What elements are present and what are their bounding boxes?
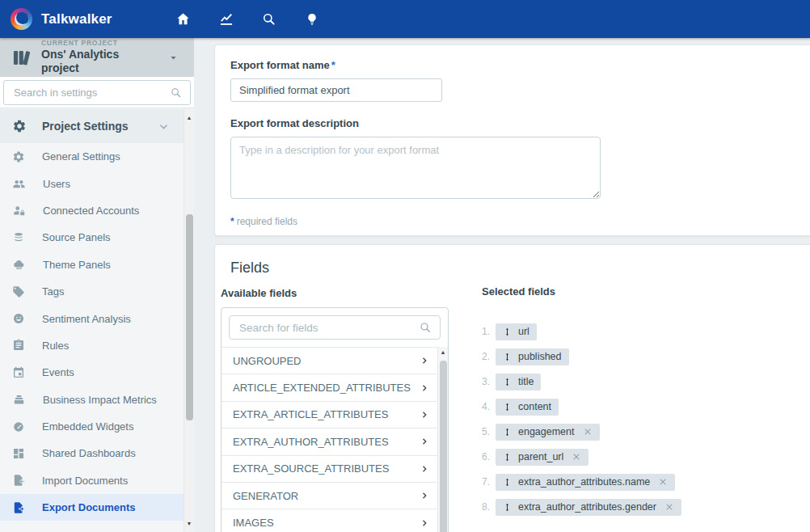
drag-updown-icon[interactable] [503, 477, 512, 488]
chevron-down-icon[interactable] [158, 120, 170, 133]
drag-updown-icon[interactable] [503, 377, 512, 387]
export-format-name-input[interactable] [230, 78, 442, 102]
remove-field-icon[interactable] [572, 452, 581, 462]
field-group-label: UNGROUPED [233, 355, 420, 367]
home-icon[interactable] [162, 0, 205, 38]
drag-updown-icon[interactable] [503, 352, 512, 362]
sidebar-item-users[interactable]: Users [0, 170, 194, 196]
scroll-up-arrow-icon[interactable]: ▲ [184, 113, 194, 123]
row-number: 7. [482, 476, 496, 488]
selected-field-chip-parent-url[interactable]: parent_url [496, 449, 589, 466]
field-group-label: ARTICLE_EXTENDED_ATTRIBUTES [233, 382, 420, 394]
scrollbar-thumb[interactable] [186, 214, 193, 420]
sidebar-item-sentiment-analysis[interactable]: Sentiment Analysis [0, 305, 194, 331]
chip-label: published [518, 351, 562, 362]
export-format-description-textarea[interactable] [230, 137, 601, 199]
field-group-extra-author-attributes[interactable]: EXTRA_AUTHOR_ATTRIBUTES [221, 428, 437, 454]
search-icon[interactable] [247, 0, 290, 38]
chip-label: content [518, 401, 551, 412]
sidebar-scrollbar[interactable]: ▲ ▼ [184, 109, 194, 532]
gear-icon [12, 119, 27, 133]
selected-field-chip-content[interactable]: content [496, 399, 559, 416]
sidebar-item-source-panels[interactable]: Source Panels [0, 224, 194, 251]
selected-field-chip-published[interactable]: published [496, 348, 569, 365]
sidebar-item-label: Users [43, 178, 70, 190]
settings-menu: Project Settings General Settings Users … [0, 109, 194, 532]
account-lock-icon [12, 204, 26, 217]
library-books-icon [11, 47, 32, 69]
row-number: 4. [482, 401, 496, 412]
drag-updown-icon[interactable] [503, 502, 512, 513]
chip-label: title [518, 376, 534, 387]
remove-field-icon[interactable] [583, 427, 593, 437]
remove-field-icon[interactable] [658, 477, 668, 487]
field-group-label: GENERATOR [233, 490, 420, 502]
row-number: 5. [482, 426, 496, 437]
selected-field-chip-author-name[interactable]: extra_author_attributes.name [496, 474, 675, 491]
fields-search [229, 315, 441, 340]
cash-register-icon [12, 393, 26, 407]
scroll-up-arrow-icon[interactable]: ▲ [438, 349, 448, 355]
fields-box-scrollbar[interactable]: ▲ [437, 347, 448, 532]
drag-updown-icon[interactable] [503, 327, 512, 337]
selected-field-chip-engagement[interactable]: engagement [496, 424, 600, 441]
sidebar-item-general-settings[interactable]: General Settings [0, 143, 194, 170]
current-project-name: Ons' Analytics project [41, 48, 158, 76]
sidebar-item-export-documents[interactable]: Export Documents [0, 494, 194, 521]
sidebar-item-embedded-widgets[interactable]: Embedded Widgets [0, 413, 194, 440]
import-document-icon [12, 474, 25, 487]
gauge-icon [12, 420, 25, 433]
field-group-ungrouped[interactable]: UNGROUPED [221, 347, 437, 374]
field-group-extra-source-attributes[interactable]: EXTRA_SOURCE_ATTRIBUTES [221, 455, 437, 482]
users-icon [12, 177, 26, 191]
drag-updown-icon[interactable] [503, 452, 512, 462]
field-group-generator[interactable]: GENERATOR [221, 482, 437, 509]
field-group-images[interactable]: IMAGES [221, 509, 437, 532]
selected-field-row: 1. url [482, 323, 681, 340]
cloud-icon [12, 258, 26, 272]
field-group-extra-article-attributes[interactable]: EXTRA_ARTICLE_ATTRIBUTES [221, 401, 437, 428]
sidebar-item-events[interactable]: Events [0, 359, 194, 386]
field-group-article-extended-attributes[interactable]: ARTICLE_EXTENDED_ATTRIBUTES [221, 374, 437, 400]
selected-field-chip-url[interactable]: url [496, 323, 537, 340]
section-label: Project Settings [42, 120, 142, 133]
export-format-card: Export format name* Export format descri… [214, 44, 810, 236]
selected-field-chip-author-gender[interactable]: extra_author_attributes.gender [496, 499, 681, 516]
selected-field-row: 5. engagement [482, 424, 681, 440]
drag-updown-icon[interactable] [503, 427, 512, 437]
scroll-down-arrow-icon[interactable]: ▼ [184, 519, 194, 529]
fields-search-input[interactable] [238, 321, 412, 335]
sidebar-item-import-documents[interactable]: Import Documents [0, 467, 194, 494]
remove-field-icon[interactable] [664, 502, 674, 512]
project-selector[interactable]: CURRENT PROJECT Ons' Analytics project [0, 38, 194, 77]
sidebar-item-theme-panels[interactable]: Theme Panels [0, 251, 194, 278]
chevron-right-icon [420, 437, 429, 446]
sidebar-item-label: Shared Dashboards [42, 447, 136, 459]
sidebar-item-tags[interactable]: Tags [0, 278, 194, 305]
scrollbar-thumb[interactable] [440, 361, 447, 532]
settings-search-input[interactable] [12, 86, 163, 99]
sidebar-item-label: Tags [42, 285, 64, 298]
selected-fields-label: Selected fields [482, 285, 681, 298]
selected-fields-list: 1. url 2. published 3. [482, 323, 681, 515]
sidebar-item-shared-dashboards[interactable]: Shared Dashboards [0, 440, 194, 467]
analytics-icon[interactable] [205, 0, 247, 38]
drag-updown-icon[interactable] [503, 402, 512, 412]
field-group-label: IMAGES [233, 517, 420, 529]
gear-icon [12, 150, 25, 163]
sidebar-item-rules[interactable]: Rules [0, 332, 194, 359]
sidebar-item-connected-accounts[interactable]: Connected Accounts [0, 197, 194, 224]
available-fields-column: Available fields UNGROUPED ARTICLE_EXTEN… [221, 287, 449, 532]
fields-heading: Fields [215, 260, 810, 277]
selected-field-chip-title[interactable]: title [496, 374, 541, 391]
magnifier-icon [170, 87, 182, 99]
caret-down-icon[interactable] [167, 52, 179, 64]
talkwalker-logo-icon [11, 8, 32, 30]
ideas-icon[interactable] [290, 0, 333, 38]
sidebar-item-label: Export Documents [42, 501, 136, 513]
sidebar-item-business-impact-metrics[interactable]: Business Impact Metrics [0, 386, 194, 413]
current-project-eyebrow: CURRENT PROJECT [41, 39, 158, 48]
menu-section-project-settings[interactable]: Project Settings [0, 109, 194, 143]
available-fields-box: UNGROUPED ARTICLE_EXTENDED_ATTRIBUTES EX… [221, 307, 449, 532]
talkwalker-logo[interactable]: Talkwalker [0, 8, 162, 30]
